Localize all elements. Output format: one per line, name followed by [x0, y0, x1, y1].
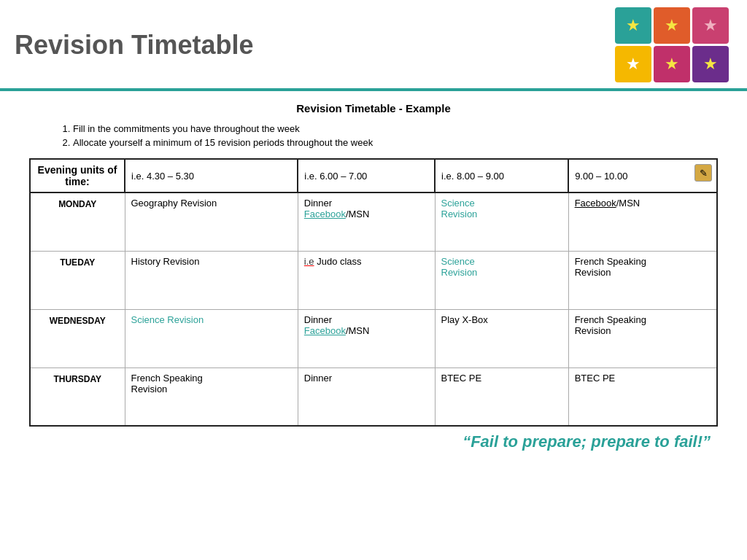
edit-icon[interactable]: ✎	[694, 164, 712, 182]
logo-cell-4: ★	[615, 46, 651, 82]
logo-cell-1: ★	[615, 7, 651, 44]
page-title: Revision Timetable	[15, 30, 253, 61]
thursday-col4: BTEC PE	[568, 368, 717, 426]
tuesday-col3: ScienceRevision	[435, 251, 568, 309]
thursday-col3: BTEC PE	[435, 368, 568, 426]
day-label-wednesday: WEDNESDAY	[30, 309, 125, 368]
day-label-monday: MONDAY	[30, 192, 125, 251]
table-row: MONDAY Geography Revision Dinner Faceboo…	[30, 192, 717, 251]
logo-cell-5: ★	[654, 46, 690, 82]
col-header-1: i.e. 4.30 – 5.30	[125, 159, 298, 192]
instruction-1: Fill in the commitments you have through…	[73, 123, 718, 134]
logo-grid: ★ ★ ★ ★ ★ ★	[615, 7, 729, 82]
monday-col1: Geography Revision	[125, 192, 298, 251]
monday-col2: Dinner Facebook/MSN	[298, 192, 435, 251]
day-label-tuesday: TUEDAY	[30, 251, 125, 309]
col-header-3: i.e. 8.00 – 9.00	[435, 159, 568, 192]
wednesday-col1: Science Revision	[125, 309, 298, 368]
wednesday-col3: Play X-Box	[435, 309, 568, 368]
table-header-row: Evening units of time: i.e. 4.30 – 5.30 …	[30, 159, 717, 192]
ie-label: i.e	[304, 256, 314, 267]
page-header: Revision Timetable ★ ★ ★ ★ ★ ★	[0, 0, 747, 91]
col-header-0: Evening units of time:	[30, 159, 125, 192]
wednesday-col2: Dinner Facebook/MSN	[298, 309, 435, 368]
monday-col4: Facebook/MSN	[568, 192, 717, 251]
logo-cell-2: ★	[654, 7, 690, 44]
main-content: Revision Timetable - Example Fill in the…	[0, 91, 747, 462]
col-header-4: ✎ 9.00 – 10.00	[568, 159, 717, 192]
table-row: WEDNESDAY Science Revision Dinner Facebo…	[30, 309, 717, 368]
table-row: THURSDAY French SpeakingRevision Dinner …	[30, 368, 717, 426]
col-header-2: i.e. 6.00 – 7.00	[298, 159, 435, 192]
thursday-col2: Dinner	[298, 368, 435, 426]
wednesday-col4: French SpeakingRevision	[568, 309, 717, 368]
day-label-thursday: THURSDAY	[30, 368, 125, 426]
tuesday-col1: History Revision	[125, 251, 298, 309]
content-title: Revision Timetable - Example	[29, 102, 718, 114]
thursday-col1: French SpeakingRevision	[125, 368, 298, 426]
monday-col2-facebook: Facebook	[304, 209, 346, 219]
tuesday-col2: i.e Judo class	[298, 251, 435, 309]
table-row: TUEDAY History Revision i.e Judo class S…	[30, 251, 717, 309]
instruction-2: Allocate yourself a minimum of 15 revisi…	[73, 137, 718, 148]
footer-quote: “Fail to prepare; prepare to fail!”	[29, 432, 711, 451]
instructions-list: Fill in the commitments you have through…	[73, 123, 718, 148]
logo-cell-3: ★	[692, 7, 729, 44]
monday-col3: ScienceRevision	[435, 192, 568, 251]
tuesday-col4: French SpeakingRevision	[568, 251, 717, 309]
timetable: Evening units of time: i.e. 4.30 – 5.30 …	[29, 158, 718, 427]
logo-cell-6: ★	[692, 46, 729, 82]
monday-col4-facebook: Facebook	[575, 198, 616, 209]
wed-col2-facebook: Facebook	[304, 325, 346, 336]
